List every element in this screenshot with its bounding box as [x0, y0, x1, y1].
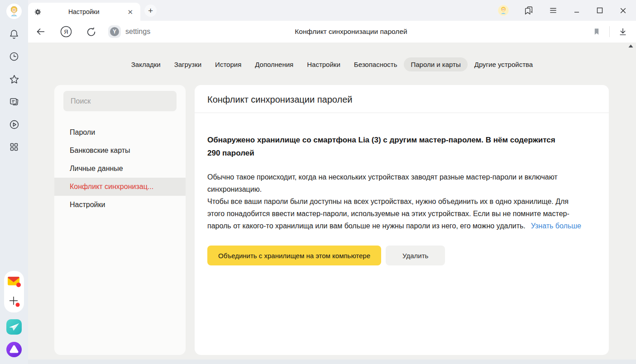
bell-icon	[9, 28, 19, 39]
minimize-icon	[573, 6, 581, 14]
close-window-button[interactable]	[619, 6, 627, 15]
play-icon	[9, 119, 20, 130]
delete-storage-button[interactable]: Удалить	[386, 246, 445, 265]
sidebar-item-personal-data[interactable]: Личные данные	[54, 160, 186, 178]
tab-close-icon[interactable]: ✕	[126, 8, 134, 16]
scroll-up-icon	[628, 44, 633, 48]
tab-title: Настройки	[42, 8, 126, 15]
yandex-home-button[interactable]: Я	[60, 26, 72, 38]
sidebar-item-passwords[interactable]: Пароли	[54, 123, 186, 142]
mail-icon	[7, 275, 21, 288]
tab-settings[interactable]: Настройки ✕	[28, 3, 140, 21]
card-title: Конфликт синхронизации паролей	[195, 85, 609, 113]
gear-icon	[34, 8, 42, 16]
nav-tab-other-devices[interactable]: Другие устройства	[468, 57, 540, 71]
favorites-button[interactable]	[8, 73, 20, 85]
apps-grid-icon	[9, 142, 19, 152]
address-bar-text[interactable]: settings	[125, 28, 150, 36]
profile-avatar-icon	[498, 5, 508, 15]
sidebar-item-sync-conflict[interactable]: Конфликт синхронизац...	[54, 178, 186, 196]
messenger-icon	[6, 319, 22, 335]
learn-more-link[interactable]: Узнать больше	[531, 222, 581, 230]
notifications-button[interactable]	[8, 28, 20, 40]
nav-tab-passwords[interactable]: Пароли и карты	[404, 57, 467, 71]
bookmark-button[interactable]	[592, 27, 601, 36]
nav-tab-bookmarks[interactable]: Закладки	[124, 57, 167, 71]
maximize-button[interactable]	[596, 6, 604, 14]
nav-tab-downloads[interactable]: Загрузки	[167, 57, 208, 71]
site-badge-icon: Y	[110, 27, 119, 36]
sidebar-item-settings[interactable]: Настройки	[54, 196, 186, 214]
merge-storage-button[interactable]: Объединить с хранилищем на этом компьюте…	[207, 246, 381, 265]
settings-nav: Закладки Загрузки История Дополнения Нас…	[28, 57, 636, 71]
history-button[interactable]	[8, 51, 20, 62]
nav-tab-extensions[interactable]: Дополнения	[248, 57, 300, 71]
panels-bottom-gap	[28, 355, 636, 359]
refresh-icon	[86, 27, 96, 37]
settings-page: Закладки Загрузки История Дополнения Нас…	[28, 43, 636, 359]
conflict-heading: Обнаружено хранилище со смартфона Lia (3…	[207, 133, 556, 160]
back-button[interactable]	[35, 26, 46, 37]
mail-button[interactable]	[7, 274, 21, 288]
conflict-description: Обычно такое происходит, когда на нескол…	[207, 171, 585, 232]
minimize-button[interactable]	[573, 6, 581, 14]
nav-tab-settings[interactable]: Настройки	[300, 57, 347, 71]
browser-menu-button[interactable]	[549, 6, 558, 15]
description-para2: Чтобы все ваши пароли были доступны на в…	[207, 198, 569, 230]
notes-icon	[9, 96, 19, 107]
user-avatar[interactable]	[6, 4, 22, 19]
media-button[interactable]	[8, 118, 20, 130]
description-para1: Обычно такое происходит, когда на нескол…	[207, 173, 558, 193]
alice-assistant-button[interactable]	[6, 341, 22, 358]
browser-side-rail	[0, 0, 28, 364]
collections-icon	[524, 5, 534, 15]
toolbar-divider	[609, 26, 610, 37]
star-icon	[9, 74, 20, 85]
apps-button[interactable]	[8, 141, 20, 153]
sidebar-item-bank-cards[interactable]: Банковские карты	[54, 142, 186, 160]
add-shortcut-button[interactable]	[7, 294, 21, 308]
menu-icon	[549, 6, 558, 15]
alice-avatar-icon	[7, 5, 21, 18]
refresh-button[interactable]	[86, 27, 96, 37]
notes-button[interactable]	[8, 96, 20, 108]
messenger-button[interactable]	[6, 319, 22, 335]
clock-icon	[9, 51, 19, 62]
sync-conflict-card: Конфликт синхронизации паролей Обнаружен…	[195, 85, 609, 355]
downloads-button[interactable]	[618, 27, 628, 37]
back-arrow-icon	[35, 26, 46, 37]
window-controls	[498, 0, 636, 21]
site-badge[interactable]: Y	[108, 25, 121, 38]
collections-button[interactable]	[524, 5, 534, 15]
tab-strip: Настройки ✕ +	[28, 0, 636, 21]
nav-tab-history[interactable]: История	[208, 57, 248, 71]
nav-tab-security[interactable]: Безопасность	[347, 57, 404, 71]
apps-dock	[4, 271, 24, 312]
download-icon	[618, 27, 628, 37]
card-body: Обнаружено хранилище со смартфона Lia (3…	[195, 113, 609, 265]
window-bottom-edge	[28, 359, 636, 364]
sidebar-menu: Пароли Банковские карты Личные данные Ко…	[54, 123, 186, 214]
profile-avatar[interactable]	[498, 5, 509, 16]
yandex-logo-icon: Я	[60, 26, 72, 38]
window-close-icon	[619, 6, 627, 15]
toolbar-right	[592, 26, 628, 37]
panels-row: Пароли Банковские карты Личные данные Ко…	[54, 85, 609, 355]
scroll-up-button[interactable]	[628, 44, 633, 48]
passwords-sidebar: Пароли Банковские карты Личные данные Ко…	[54, 85, 186, 355]
alice-assistant-icon	[6, 341, 22, 358]
svg-text:Я: Я	[64, 28, 68, 35]
new-tab-button[interactable]: +	[144, 5, 157, 17]
search-input[interactable]	[63, 91, 177, 111]
maximize-icon	[596, 6, 604, 14]
bookmark-icon	[592, 27, 601, 36]
plus-icon	[8, 295, 20, 307]
browser-window: Настройки ✕ +	[28, 0, 636, 364]
browser-toolbar: Я Y settings Конфликт синхронизации паро…	[28, 21, 636, 43]
action-buttons: Объединить с хранилищем на этом компьюте…	[207, 246, 596, 265]
